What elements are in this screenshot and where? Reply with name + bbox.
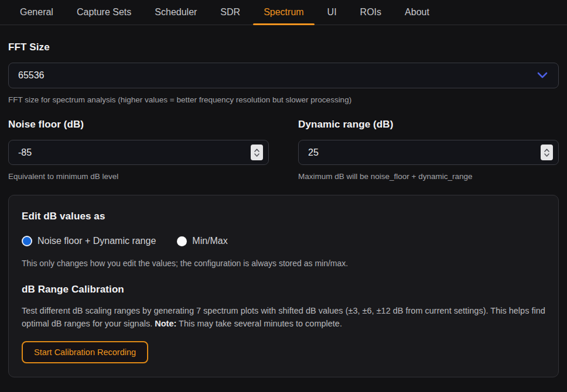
settings-tabbar: General Capture Sets Scheduler SDR Spect… [0, 0, 567, 25]
stepper-down-icon [254, 153, 259, 157]
number-stepper[interactable] [541, 145, 553, 160]
noise-floor-field-group: Noise floor (dB) -85 Equivalent to minim… [8, 119, 269, 181]
tab-label: SDR [220, 7, 240, 18]
calibration-description: Test different dB scaling ranges by gene… [22, 304, 545, 330]
edit-mode-note: This only changes how you edit the value… [22, 259, 545, 268]
tab-label: Capture Sets [77, 7, 131, 18]
active-tab-underline [253, 23, 314, 25]
edit-db-values-heading: Edit dB values as [22, 211, 545, 222]
spectrum-settings-panel: FFT Size 65536 FFT size for spectrum ana… [0, 42, 567, 377]
radio-label: Noise floor + Dynamic range [37, 236, 156, 246]
noise-floor-value: -85 [18, 147, 32, 158]
tab-label: General [20, 7, 53, 18]
calibration-text: This may take several minutes to complet… [176, 319, 342, 328]
fft-size-select[interactable]: 65536 [8, 63, 559, 88]
radio-noise-floor-dynamic-range[interactable]: Noise floor + Dynamic range [22, 236, 156, 246]
calibration-note-label: Note: [155, 319, 176, 328]
tab-about[interactable]: About [393, 0, 441, 25]
fft-size-value: 65536 [18, 70, 45, 81]
dynamic-range-input[interactable]: 25 [298, 140, 559, 165]
noise-floor-input[interactable]: -85 [8, 140, 269, 165]
db-range-calibration-heading: dB Range Calibration [22, 284, 545, 295]
radio-unselected-icon[interactable] [177, 236, 187, 246]
tab-capture-sets[interactable]: Capture Sets [65, 0, 143, 25]
radio-selected-icon[interactable] [22, 236, 32, 246]
tab-spectrum[interactable]: Spectrum [252, 0, 315, 25]
tab-ui[interactable]: UI [316, 0, 349, 25]
fft-size-help: FFT size for spectrum analysis (higher v… [8, 95, 559, 104]
start-calibration-recording-button[interactable]: Start Calibration Recording [22, 341, 148, 363]
tab-label: About [405, 7, 429, 18]
tab-label: UI [327, 7, 337, 18]
tab-label: ROIs [360, 7, 381, 18]
tab-rois[interactable]: ROIs [349, 0, 393, 25]
stepper-up-icon [544, 149, 549, 152]
stepper-up-icon [254, 149, 259, 152]
edit-mode-radio-group: Noise floor + Dynamic range Min/Max [22, 236, 545, 246]
dynamic-range-field-group: Dynamic range (dB) 25 Maximum dB will be… [298, 119, 559, 181]
number-stepper[interactable] [251, 145, 263, 160]
noise-floor-label: Noise floor (dB) [8, 119, 269, 130]
noise-floor-help: Equivalent to minimum dB level [8, 172, 269, 181]
db-range-card: Edit dB values as Noise floor + Dynamic … [8, 195, 559, 377]
radio-label: Min/Max [192, 236, 227, 246]
dynamic-range-label: Dynamic range (dB) [298, 119, 559, 130]
stepper-down-icon [544, 153, 549, 157]
chevron-down-icon [537, 72, 548, 79]
tab-label: Scheduler [155, 7, 197, 18]
tab-sdr[interactable]: SDR [209, 0, 252, 25]
fft-size-label: FFT Size [8, 42, 559, 53]
radio-min-max[interactable]: Min/Max [177, 236, 227, 246]
tab-general[interactable]: General [8, 0, 65, 25]
tab-scheduler[interactable]: Scheduler [143, 0, 209, 25]
dynamic-range-help: Maximum dB will be noise_floor + dynamic… [298, 172, 559, 181]
dynamic-range-value: 25 [308, 147, 319, 158]
db-settings-row: Noise floor (dB) -85 Equivalent to minim… [8, 119, 559, 181]
tab-label: Spectrum [264, 7, 303, 18]
